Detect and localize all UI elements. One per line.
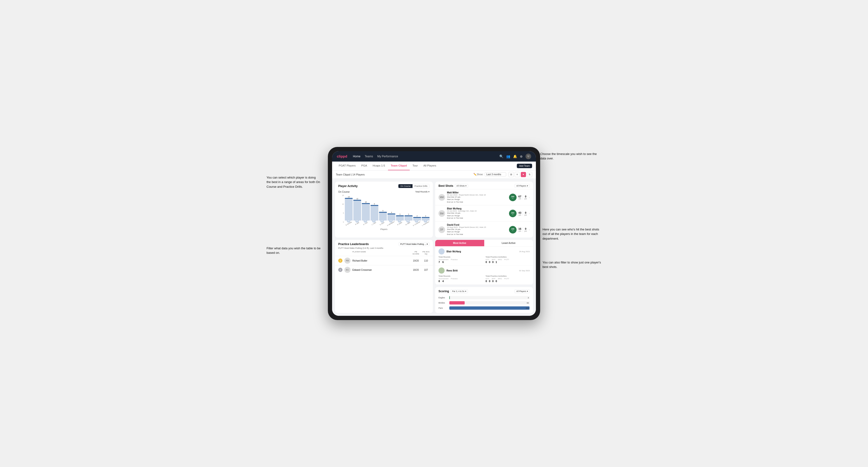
shot-info-david-ford: David Ford 24 Aug 2023 · Royal North Dev…	[447, 224, 507, 236]
stat-yds-mm: 67 yds	[519, 195, 521, 199]
chart-view-button[interactable]: ♥	[521, 172, 526, 177]
bar-lrobertson: 2	[422, 195, 430, 220]
y-label-5: 5	[338, 212, 344, 214]
bar-mmiller: 3	[404, 195, 412, 220]
annotation-best-shots: Here you can see who's hit the best shot…	[542, 227, 604, 241]
scoring-bar-fill-eagles	[450, 296, 450, 299]
ap-date-blair: 26 Aug 2023	[519, 250, 530, 253]
bell-icon[interactable]: 🔔	[513, 154, 517, 158]
most-active-card: Most Active Least Active Blair McHarg 26…	[435, 240, 533, 285]
show-label: Show:	[477, 173, 483, 176]
tablet-frame: clippd Home Teams My Performance 🔍 👥 🔔 ⊕…	[328, 147, 540, 320]
nav-teams[interactable]: Teams	[365, 155, 373, 158]
users-icon[interactable]: 👥	[506, 154, 510, 158]
lb-col-score: PB SCORE	[411, 251, 421, 255]
x-label-obillingham: OB O. Billingham	[386, 219, 395, 224]
shot-dist-info-bm: Shot Dist: 43 yds Start Lie: Rough End L…	[447, 212, 507, 220]
stat-divider-mm	[523, 195, 523, 200]
shot-detail-bm: 23 Jul 2023 · Ashridge GC, Hole 15	[447, 210, 507, 212]
plus-circle-icon[interactable]: ⊕	[520, 154, 523, 158]
shot-badge-bm: 200 SG	[509, 210, 517, 217]
ap-header-blair: Blair McHarg 26 Aug 2023	[438, 248, 530, 254]
practice-title: Practice Leaderboards	[338, 243, 369, 246]
add-team-button[interactable]: Add Team	[517, 164, 532, 168]
shot-dist-info-df: Shot Dist: 16 yds Start Lie: Rough End L…	[447, 228, 507, 236]
chevron-right-df[interactable]: ›	[529, 228, 530, 231]
stat-yds-bm: 43 yds	[519, 211, 521, 216]
y-label-15: 15	[338, 195, 344, 196]
nav-home[interactable]: Home	[353, 155, 361, 158]
lb-row-richard-butler[interactable]: 1 RB Richard Butler 19/20 110	[335, 256, 433, 265]
filter-view-button[interactable]: ⇅	[527, 172, 532, 177]
shot-info-blair-mcharg: Blair McHarg 23 Jul 2023 · Ashridge GC, …	[447, 207, 507, 220]
shot-stats-mm: 67 yds 0 yds	[519, 195, 527, 200]
scoring-par-dropdown[interactable]: Par 3, 4 & 5s▾	[451, 289, 468, 293]
shot-stats-bm: 43 yds 0 yds	[519, 211, 527, 216]
shot-detail-df: 24 Aug 2023 · Royal North Devon GC, Hole…	[447, 226, 507, 228]
chevron-right-bm[interactable]: ›	[529, 212, 530, 215]
ap-avatar-rees	[438, 268, 445, 274]
chart-filter[interactable]: Total Rounds ▾	[415, 191, 430, 193]
tab-all-players[interactable]: All Players	[421, 161, 439, 170]
tablet-screen: clippd Home Teams My Performance 🔍 👥 🔔 ⊕…	[332, 151, 536, 316]
best-shots-card: Best Shots All Shots▾ All Players▾ MM	[435, 182, 533, 238]
all-shots-dropdown[interactable]: All Shots▾	[455, 184, 468, 188]
tab-tour[interactable]: Tour	[410, 161, 421, 170]
x-label-eebert: EE E. Ebert	[378, 219, 386, 224]
bar-eebert: 5	[379, 195, 387, 220]
shot-dist-info-mm: Shot Dist: 67 yds Start Lie: Rough End L…	[447, 196, 507, 204]
tab-team-clippd[interactable]: Team Clippd	[388, 161, 410, 170]
lb-avatar-richard: RB	[344, 257, 350, 264]
shot-detail-mm: 09 Jun 2023 · Royal North Devon GC, Hole…	[447, 194, 507, 196]
nav-my-performance[interactable]: My Performance	[377, 155, 398, 158]
ap-rounds-rees: Total Rounds TournamentPractice 8 4	[438, 275, 483, 283]
shot-card-blair-mcharg[interactable]: BM Blair McHarg 23 Jul 2023 · Ashridge G…	[435, 205, 533, 221]
best-shots-header: Best Shots All Shots▾ All Players▾	[435, 182, 533, 189]
stat-divider-bm	[523, 211, 523, 216]
shot-info-matt-miller: Matt Miller 09 Jun 2023 · Royal North De…	[447, 191, 507, 204]
stat-yds-df: 16 yds	[519, 227, 521, 232]
scoring-bar-fill-birdies	[450, 301, 465, 305]
user-avatar[interactable]: U	[526, 154, 531, 159]
bar-fill-bmcharg	[345, 198, 352, 220]
player-activity-card: Player Activity On Course Practice Drill…	[335, 182, 433, 238]
chevron-right-mm[interactable]: ›	[529, 196, 530, 199]
tab-pgat-players[interactable]: PGAT Players	[336, 161, 359, 170]
list-view-button[interactable]: ≡	[515, 172, 520, 177]
shot-card-david-ford[interactable]: DF David Ford 24 Aug 2023 · Royal North …	[435, 221, 533, 238]
tab-pga[interactable]: PGA	[359, 161, 370, 170]
chart-section: On Course Total Rounds ▾ 15 10 5	[335, 190, 433, 233]
shot-card-matt-miller[interactable]: MM Matt Miller 09 Jun 2023 · Royal North…	[435, 189, 533, 206]
lb-col-avg: PB AVG SQ	[423, 251, 430, 255]
bar-fill-rbritt	[353, 200, 361, 220]
practice-filter-button[interactable]: PUTT Must Make Putting ...▾	[399, 242, 430, 246]
search-icon[interactable]: 🔍	[499, 154, 503, 158]
tab-hcaps[interactable]: Hcaps 1-5	[370, 161, 388, 170]
show-select[interactable]: Last 3 months	[485, 173, 506, 177]
lb-row-edward-crossman[interactable]: 2 EC Edward Crossman 18/20 107	[335, 265, 433, 274]
scoring-bar-value-eagles: 3	[528, 297, 529, 299]
bar-rbutler: 3	[396, 195, 404, 220]
view-icons: ⊞ ≡ ♥ ⇅	[508, 172, 532, 177]
least-active-tab[interactable]: Least Active	[484, 240, 533, 246]
chart-bars-area: 13 12 10	[345, 195, 430, 220]
player-activity-header: Player Activity On Course Practice Drill…	[335, 182, 433, 190]
ap-name-blair: Blair McHarg	[446, 250, 519, 253]
grid-view-button[interactable]: ⊞	[508, 172, 514, 177]
scoring-players-dropdown[interactable]: All Players▾	[515, 289, 530, 293]
stat-zero-mm: 0 yds	[524, 195, 527, 199]
scoring-label-eagles: Eagles	[438, 297, 447, 299]
best-shots-title: Best Shots	[438, 184, 453, 187]
x-label-rbutler: RB R. Butler	[396, 219, 403, 224]
scoring-card: Scoring Par 3, 4 & 5s▾ All Players▾	[435, 287, 533, 313]
annotation-timescale: Choose the timescale you wish to see the…	[540, 152, 601, 161]
on-course-toggle[interactable]: On Course	[398, 184, 412, 188]
all-players-dropdown[interactable]: All Players▾	[515, 184, 530, 188]
shot-player-name-bm: Blair McHarg	[447, 207, 507, 210]
practice-drills-toggle[interactable]: Practice Drills	[412, 184, 429, 188]
edit-icon[interactable]: ✏️	[473, 173, 477, 176]
scoring-bar-fill-pars	[450, 306, 530, 310]
shot-stats-df: 16 yds 0 yds	[519, 227, 527, 232]
most-active-tab[interactable]: Most Active	[435, 240, 484, 246]
active-header: Most Active Least Active	[435, 240, 533, 247]
